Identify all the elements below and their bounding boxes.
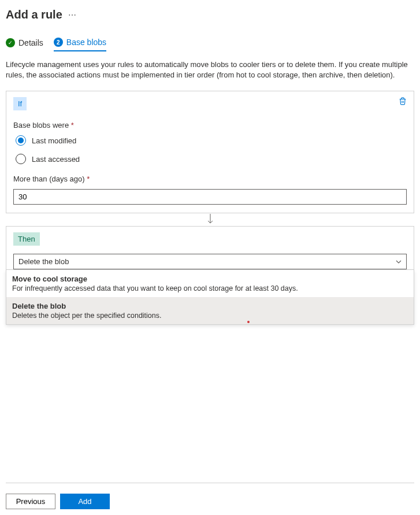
radio-last-accessed[interactable]: Last accessed [16,154,407,164]
delete-icon[interactable] [399,97,407,107]
tab-base-blobs-label: Base blobs [66,38,106,47]
dropdown-item-desc: Deletes the object per the specified con… [12,312,408,320]
radio-last-modified[interactable]: Last modified [16,135,407,146]
divider [6,483,414,483]
radio-last-accessed-label: Last accessed [32,155,80,164]
base-blobs-radio-group: Last modified Last accessed [16,135,407,164]
action-select-value: Delete the blob [18,257,69,266]
add-button[interactable]: Add [60,494,110,509]
dropdown-item-title: Move to cool storage [12,275,408,283]
condition-label: Base blobs were * [13,121,407,129]
dropdown-item-title: Delete the blob [12,302,408,310]
if-condition-card: If Base blobs were * Last modified Last … [6,91,414,213]
radio-icon [16,154,26,164]
tab-base-blobs[interactable]: 2 Base blobs [54,38,106,51]
tab-details-label: Details [18,38,43,47]
more-actions-icon[interactable]: ⋯ [68,10,76,20]
chevron-down-icon [396,258,402,265]
then-badge: Then [13,232,40,246]
if-badge: If [13,97,27,110]
days-input[interactable] [13,189,407,205]
radio-last-modified-label: Last modified [32,136,76,145]
footer: Previous Add [6,483,414,509]
previous-button[interactable]: Previous [6,494,55,509]
dropdown-item-desc: For infrequently accessed data that you … [12,284,408,292]
step-number-icon: 2 [54,38,63,47]
indicator-dot [247,321,250,323]
tab-details[interactable]: ✓ Details [6,38,43,51]
action-dropdown: Move to cool storage For infrequently ac… [6,270,414,325]
dropdown-item-delete-blob[interactable]: Delete the blob Deletes the object per t… [6,297,414,324]
days-label: More than (days ago) * [13,175,407,183]
radio-icon [16,135,26,146]
action-select[interactable]: Delete the blob [13,254,407,269]
then-action-card: Then Delete the blob [6,226,414,270]
tabs: ✓ Details 2 Base blobs [6,38,414,51]
check-circle-icon: ✓ [6,38,15,47]
dropdown-item-cool-storage[interactable]: Move to cool storage For infrequently ac… [6,270,414,297]
page-title: Add a rule [6,8,62,21]
description-text: Lifecycle management uses your rules to … [6,60,414,80]
connector-arrow-icon [6,213,414,226]
